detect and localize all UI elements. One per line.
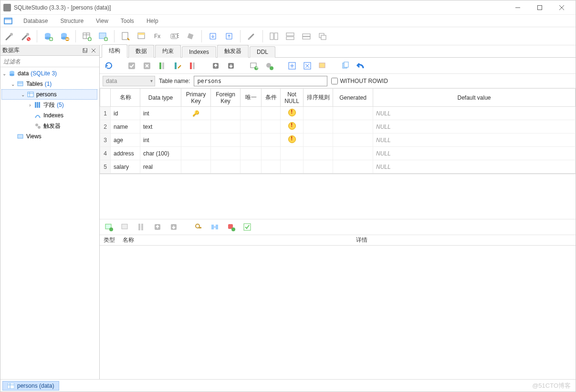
db-selector[interactable]: data xyxy=(103,76,155,86)
cell-unique[interactable] xyxy=(241,107,262,120)
history-button[interactable] xyxy=(135,29,149,43)
remove-db-button[interactable] xyxy=(57,29,72,43)
cell-notnull[interactable] xyxy=(281,160,304,174)
cell-check[interactable] xyxy=(262,160,281,174)
col-collate-header[interactable]: 排序规则 xyxy=(304,89,333,107)
cell-unique[interactable] xyxy=(241,160,262,174)
cell-unique[interactable] xyxy=(241,120,262,134)
menu-tools[interactable]: Tools xyxy=(115,16,140,26)
cell-fk[interactable] xyxy=(211,107,241,120)
cell-notnull[interactable] xyxy=(281,120,304,134)
add-table-constraint-button[interactable]: + xyxy=(248,60,260,72)
extensions-button[interactable] xyxy=(183,29,198,43)
menu-help[interactable]: Help xyxy=(141,16,164,26)
cell-generated[interactable] xyxy=(333,134,373,147)
table-row[interactable]: 5salaryrealNULL xyxy=(100,160,576,174)
export-button[interactable] xyxy=(222,29,236,43)
tab-structure[interactable]: 结构 xyxy=(102,44,127,58)
edit-table-constraint-button[interactable] xyxy=(263,60,275,72)
minimize-button[interactable] xyxy=(507,1,529,14)
cell-fk[interactable] xyxy=(211,134,241,147)
app-menu-icon[interactable] xyxy=(3,17,13,25)
constraint-down-button[interactable] xyxy=(168,221,180,233)
cell-pk[interactable] xyxy=(181,120,211,134)
cell-default[interactable]: NULL xyxy=(373,160,576,174)
rollback-button[interactable] xyxy=(141,60,153,72)
cell-generated[interactable] xyxy=(333,107,373,120)
cell-generated[interactable] xyxy=(333,120,373,134)
edit-constraint-button[interactable] xyxy=(119,221,131,233)
cell-name[interactable]: name xyxy=(111,120,140,134)
commit-button[interactable] xyxy=(126,60,138,72)
settings-button[interactable] xyxy=(244,29,259,43)
toggle-icon[interactable]: ⌄ xyxy=(0,71,8,76)
tree-triggers-node[interactable]: 触发器 xyxy=(0,121,99,131)
cell-notnull[interactable] xyxy=(281,107,304,120)
add-column-button[interactable] xyxy=(156,60,168,72)
tile-vertical-button[interactable] xyxy=(283,29,297,43)
cell-fk[interactable] xyxy=(211,147,241,160)
edit-column-button[interactable] xyxy=(171,60,184,72)
constraint-up-button[interactable] xyxy=(151,221,164,233)
copy-button[interactable] xyxy=(339,60,352,72)
cell-generated[interactable] xyxy=(333,147,373,160)
add-db-button[interactable] xyxy=(41,29,55,43)
cell-fk[interactable] xyxy=(211,160,241,174)
status-window-tab[interactable]: persons (data) xyxy=(2,381,59,391)
table-row[interactable]: 3ageintNULL xyxy=(100,134,576,147)
tab-ddl[interactable]: DDL xyxy=(250,46,275,58)
refresh-button[interactable] xyxy=(103,60,115,72)
delete-constraint-button[interactable] xyxy=(135,221,147,233)
new-view-button[interactable] xyxy=(96,29,110,43)
toggle-icon[interactable]: ⌄ xyxy=(9,82,17,87)
cell-pk[interactable] xyxy=(181,147,211,160)
unique-constraint-button[interactable] xyxy=(225,221,237,233)
cell-default[interactable]: NULL xyxy=(373,107,576,120)
cell-check[interactable] xyxy=(262,107,281,120)
functions-button[interactable]: Fx xyxy=(151,29,165,43)
col-notnull-header[interactable]: Not NULL xyxy=(281,89,304,107)
cell-collate[interactable] xyxy=(304,160,333,174)
cell-unique[interactable] xyxy=(241,134,262,147)
tree-tables-node[interactable]: ⌄ Tables (1) xyxy=(0,79,99,89)
cell-collate[interactable] xyxy=(304,134,333,147)
cell-collate[interactable] xyxy=(304,107,333,120)
cell-check[interactable] xyxy=(262,134,281,147)
cell-name[interactable]: salary xyxy=(111,160,140,174)
table-row[interactable]: 1idint🔑NULL xyxy=(100,107,576,120)
cell-pk[interactable]: 🔑 xyxy=(181,107,211,120)
col-generated-header[interactable]: Generated xyxy=(333,89,373,107)
cell-type[interactable]: int xyxy=(140,107,181,120)
dh-detail[interactable]: 详情 xyxy=(147,235,576,245)
tab-triggers[interactable]: 触发器 xyxy=(217,45,249,58)
cell-type[interactable]: text xyxy=(140,120,181,134)
disconnect-db-button[interactable] xyxy=(19,29,33,43)
undock-panel-button[interactable] xyxy=(81,47,89,54)
menu-structure[interactable]: Structure xyxy=(54,16,89,26)
constraints-body[interactable] xyxy=(100,246,576,341)
cell-collate[interactable] xyxy=(304,120,333,134)
export-data-button[interactable] xyxy=(301,60,314,72)
cascade-button[interactable] xyxy=(299,29,314,43)
tab-indexes[interactable]: Indexes xyxy=(182,46,216,58)
sql-editor-button[interactable] xyxy=(118,29,133,43)
add-constraint-button[interactable] xyxy=(103,221,115,233)
close-panel-button[interactable] xyxy=(90,47,97,54)
cell-check[interactable] xyxy=(262,120,281,134)
col-fk-header[interactable]: Foreign Key xyxy=(211,89,241,107)
delete-column-button[interactable] xyxy=(187,60,199,72)
cell-notnull[interactable] xyxy=(281,147,304,160)
undo-button[interactable] xyxy=(355,60,367,72)
tree-indexes-node[interactable]: Indexes xyxy=(0,110,99,121)
col-type-header[interactable]: Data type xyxy=(140,89,181,107)
cell-default[interactable]: NULL xyxy=(373,134,576,147)
maximize-button[interactable] xyxy=(529,1,551,14)
col-unique-header[interactable]: 唯一 xyxy=(241,89,262,107)
tree-table-persons[interactable]: ⌄ persons xyxy=(1,89,97,100)
menu-view[interactable]: View xyxy=(90,16,114,26)
cell-unique[interactable] xyxy=(241,147,262,160)
tree-views-node[interactable]: Views xyxy=(0,131,99,142)
toggle-icon[interactable]: ⌄ xyxy=(19,92,27,97)
import-data-button[interactable] xyxy=(286,60,298,72)
menu-database[interactable]: Database xyxy=(18,16,53,26)
